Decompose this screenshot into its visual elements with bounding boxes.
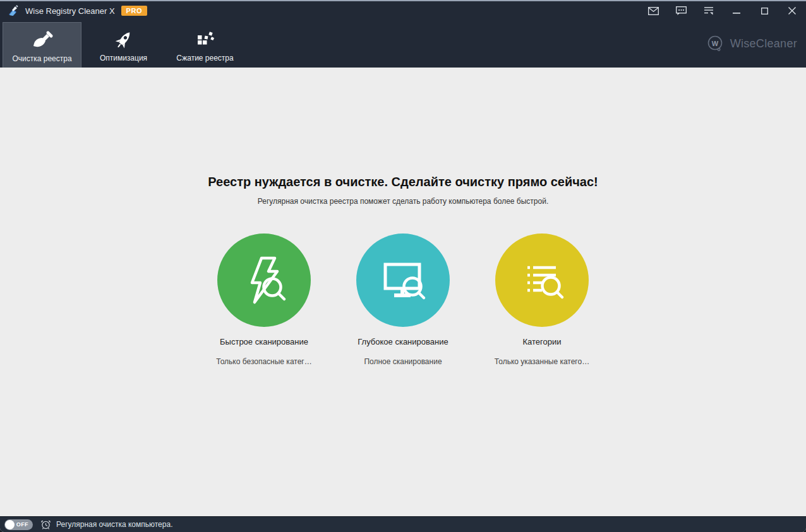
lightning-search-icon[interactable] xyxy=(217,233,311,327)
tab-registry-cleaner[interactable]: Очистка реестра xyxy=(3,22,81,68)
main-nav: Очистка реестра Оптимизация xyxy=(0,20,806,68)
wisecleaner-logo-icon: W xyxy=(706,35,725,54)
feedback-chat-icon[interactable] xyxy=(667,1,695,20)
menu-icon[interactable] xyxy=(695,1,723,20)
option-label: Глубокое сканирование xyxy=(358,337,448,346)
option-label: Быстрое сканирование xyxy=(220,337,308,346)
minimize-icon[interactable] xyxy=(723,1,750,20)
deep-scan-button[interactable]: Глубокое сканирование Полное сканировани… xyxy=(334,233,472,366)
svg-text:W: W xyxy=(711,39,718,47)
scan-options: Быстрое сканирование Только безопасные к… xyxy=(0,233,806,366)
mail-icon[interactable] xyxy=(639,1,667,20)
categories-button[interactable]: Категории Только указанные катего… xyxy=(472,233,611,366)
tab-label: Оптимизация xyxy=(100,54,147,62)
brand-logo: W WiseCleaner xyxy=(706,20,797,68)
app-window: Wise Registry Cleaner X PRO xyxy=(0,0,806,532)
brand-name: WiseCleaner xyxy=(730,37,797,50)
close-icon[interactable] xyxy=(778,1,806,20)
option-label: Категории xyxy=(523,337,562,346)
page-title: Реестр нуждается в очистке. Сделайте очи… xyxy=(0,68,806,189)
alarm-clock-icon xyxy=(40,519,51,530)
pro-badge: PRO xyxy=(121,6,147,16)
defrag-blocks-icon xyxy=(193,27,217,52)
maximize-icon[interactable] xyxy=(750,1,778,20)
schedule-toggle[interactable]: OFF xyxy=(4,519,33,530)
page-subtitle: Регулярная очистка реестра поможет сдела… xyxy=(0,197,806,206)
tab-label: Сжатие реестра xyxy=(176,54,233,62)
main-content: Реестр нуждается в очистке. Сделайте очи… xyxy=(0,68,806,516)
option-description: Только безопасные катег… xyxy=(216,357,311,366)
toggle-knob xyxy=(5,520,15,529)
monitor-search-icon[interactable] xyxy=(356,233,450,327)
option-description: Полное сканирование xyxy=(364,357,442,366)
rocket-icon xyxy=(112,27,136,52)
quick-scan-button[interactable]: Быстрое сканирование Только безопасные к… xyxy=(195,233,334,366)
app-logo-icon xyxy=(6,4,20,18)
brush-icon xyxy=(30,28,54,53)
tab-optimization[interactable]: Оптимизация xyxy=(84,22,163,68)
window-title: Wise Registry Cleaner X xyxy=(25,6,115,16)
list-search-icon[interactable] xyxy=(495,233,589,327)
status-message: Регулярная очистка компьютера. xyxy=(56,520,172,529)
status-bar: OFF Регулярная очистка компьютера. xyxy=(0,516,806,532)
option-description: Только указанные катего… xyxy=(495,357,589,366)
tab-label: Очистка реестра xyxy=(12,54,71,63)
tab-registry-defrag[interactable]: Сжатие реестра xyxy=(165,22,244,68)
title-bar: Wise Registry Cleaner X PRO xyxy=(0,0,806,20)
toggle-state-label: OFF xyxy=(16,521,28,528)
